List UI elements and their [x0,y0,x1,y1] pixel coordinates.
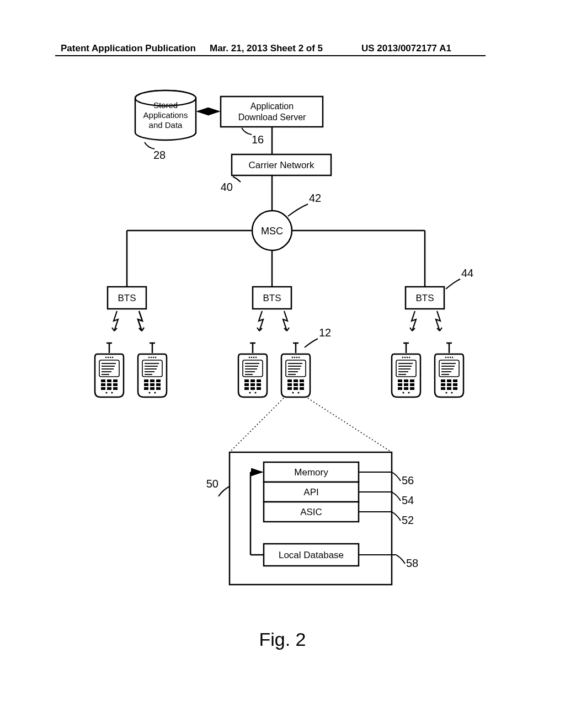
phone-icon [238,343,267,397]
header-left: Patent Application Publication [61,43,196,54]
wireless-icon [112,311,118,331]
phone-icon [392,343,420,397]
label-58: 58 [406,557,418,569]
db-line3: and Data [149,120,183,130]
api-label: API [303,487,318,497]
bts-mid-label: BTS [263,293,281,303]
header-right: US 2013/0072177 A1 [361,43,451,54]
wireless-icon [410,311,416,331]
asic-label: ASIC [300,507,322,517]
msc-label: MSC [261,226,283,237]
phone-icon [138,343,167,397]
phone-icon [95,343,124,397]
label-12: 12 [319,326,331,339]
wireless-icon [257,311,263,331]
label-28: 28 [153,149,166,161]
db-line2: Applications [143,110,188,120]
phone-icon [281,343,310,397]
server-line2: Download Server [238,113,306,122]
phone-icon [435,343,463,397]
label-56: 56 [402,474,414,486]
msc-node: MSC [252,211,292,250]
carrier-label: Carrier Network [248,160,315,170]
label-44: 44 [461,267,473,279]
header-mid: Mar. 21, 2013 Sheet 2 of 5 [210,43,323,54]
server-line1: Application [250,101,294,111]
bts-left: BTS [108,287,146,309]
bts-right-label: BTS [415,293,434,303]
carrier-network: Carrier Network [232,154,331,175]
expansion-line [308,398,392,452]
label-42: 42 [309,192,321,204]
label-54: 54 [402,494,414,506]
label-50: 50 [206,478,218,490]
expansion-line [230,398,284,452]
stored-applications-db: Stored Applications and Data [135,90,196,140]
figure-caption: Fig. 2 [0,629,565,650]
application-download-server: Application Download Server [221,97,323,127]
label-52: 52 [402,514,414,526]
bts-left-label: BTS [118,293,136,303]
bts-mid: BTS [253,287,291,309]
header-rule [55,55,486,56]
label-40: 40 [221,181,233,193]
diagram: Stored Applications and Data 28 Applicat… [0,77,565,695]
memory-label: Memory [294,467,328,478]
localdb-label: Local Database [279,550,344,560]
db-line1: Stored [153,100,178,110]
bts-right: BTS [406,287,444,309]
label-16: 16 [252,133,264,146]
